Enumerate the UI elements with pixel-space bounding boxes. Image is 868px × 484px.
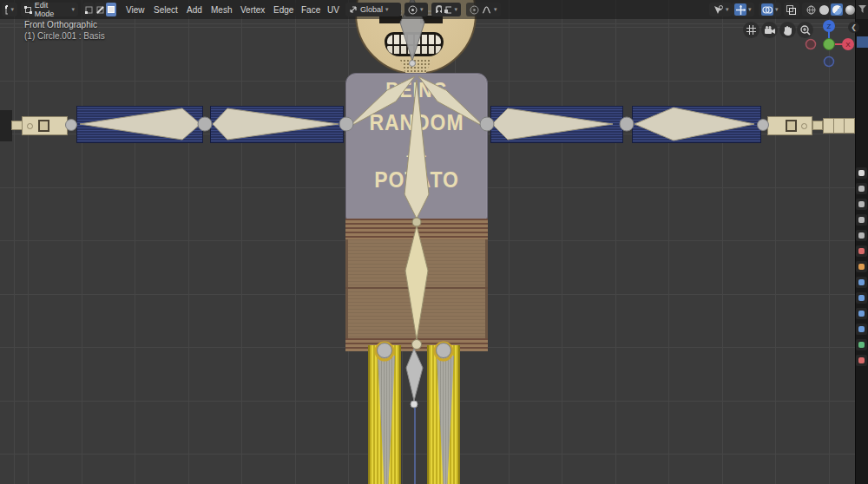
tail-bone[interactable] <box>406 349 423 401</box>
shading-wireframe-button[interactable] <box>805 3 817 16</box>
modifiers-tab[interactable] <box>856 277 867 288</box>
orientation-icon <box>349 5 358 14</box>
view-layer-tab[interactable] <box>856 214 867 226</box>
mouth-mesh[interactable] <box>385 32 444 56</box>
gizmo-y-axis[interactable] <box>824 39 835 50</box>
left-upperarm-sleeve[interactable] <box>210 106 344 143</box>
render-tab[interactable] <box>856 183 867 194</box>
viewport-canvas[interactable]: BEING RANDOM - a - POTATO <box>0 0 855 484</box>
object-visibility-dropdown[interactable]: ▾ <box>709 3 732 16</box>
show-overlays-dropdown[interactable]: ▾ <box>759 3 781 16</box>
hand-icon <box>783 25 792 36</box>
solid-sphere-icon <box>819 5 829 15</box>
left-hand-mesh[interactable] <box>22 116 68 135</box>
shirt-text-line1: BEING <box>352 79 481 102</box>
right-finger-segments[interactable] <box>823 118 855 134</box>
menu-select[interactable]: Select <box>149 3 182 16</box>
left-hand-button <box>27 123 33 129</box>
menu-uv[interactable]: UV <box>323 3 344 16</box>
face-select-icon <box>108 6 115 13</box>
output-tab[interactable] <box>856 199 867 210</box>
move-view-button[interactable] <box>779 22 796 38</box>
edge-select-button[interactable] <box>95 3 105 16</box>
proportional-group[interactable]: ▾ <box>466 3 501 16</box>
tail-ball[interactable] <box>411 401 418 408</box>
material-sphere-icon <box>832 5 842 15</box>
xray-toggle[interactable] <box>784 3 799 16</box>
scene-tab[interactable] <box>856 230 867 241</box>
mode-label: Edit Mode <box>35 1 69 18</box>
falloff-curve-icon <box>482 6 491 14</box>
navigation-gizmo[interactable]: Z X <box>803 18 855 70</box>
camera-view-button[interactable] <box>761 22 778 38</box>
face-select-button[interactable] <box>106 3 116 16</box>
orientation-dropdown[interactable]: Global ▾ <box>345 3 401 16</box>
torso-shirt-mesh[interactable]: BEING RANDOM - a - POTATO <box>345 73 488 220</box>
outliner-selected-row[interactable] <box>857 36 868 48</box>
right-leg-mesh[interactable] <box>427 345 460 484</box>
left-forearm-sleeve[interactable] <box>76 106 203 143</box>
pants-waistband <box>345 219 488 239</box>
right-upperarm-sleeve[interactable] <box>490 106 623 143</box>
editor-type-button[interactable]: ▾ <box>2 3 17 16</box>
shading-material-button[interactable] <box>831 3 843 16</box>
gizmo-minus-x-axis[interactable] <box>806 40 816 49</box>
filter-icon <box>858 5 866 13</box>
outliner-header-stub <box>856 0 868 19</box>
shading-rendered-button[interactable] <box>844 3 856 16</box>
constraints-tab[interactable] <box>856 324 867 335</box>
left-leg-mesh[interactable] <box>368 345 401 484</box>
menu-mesh[interactable]: Mesh <box>207 3 236 16</box>
rendered-sphere-icon <box>845 5 855 15</box>
snap-group[interactable]: ▾ <box>431 3 461 16</box>
lower-teeth <box>387 46 441 54</box>
particles-tab[interactable] <box>856 292 867 304</box>
right-hand-button <box>801 123 807 129</box>
menu-vertex[interactable]: Vertex <box>236 3 269 16</box>
orientation-label: Global <box>360 5 383 14</box>
object-visibility-icon <box>713 5 723 15</box>
physics-tab[interactable] <box>856 308 867 319</box>
shading-mode-group: ▾ <box>802 3 863 16</box>
shading-solid-button[interactable] <box>818 3 830 16</box>
left-leg-bone[interactable] <box>376 356 397 484</box>
gizmo-x-label: X <box>845 41 851 49</box>
proportional-editing-icon <box>470 5 479 15</box>
grid-icon <box>746 25 756 35</box>
gizmo-minus-z-axis[interactable] <box>825 57 834 67</box>
xray-toggle-icon <box>786 5 796 15</box>
menu-face[interactable]: Face <box>297 3 325 16</box>
gizmo-z-label: Z <box>827 23 832 30</box>
world-tab[interactable] <box>856 245 867 257</box>
right-forearm-sleeve[interactable] <box>632 106 761 143</box>
mode-dropdown[interactable]: Edit Mode ▾ <box>21 3 78 16</box>
right-hand-mesh[interactable] <box>767 116 812 135</box>
sidebar-expand-arrow[interactable]: ❮ <box>848 22 859 33</box>
viewport-header: ▾ Edit Mode ▾ View Select Add Mesh Verte… <box>0 0 868 19</box>
left-hand-end-cut <box>0 110 12 141</box>
shirt-text-line3: - a - <box>352 150 481 162</box>
material-tab[interactable] <box>856 355 867 366</box>
object-tab[interactable] <box>856 261 867 272</box>
pivot-dropdown[interactable]: ▾ <box>404 3 428 16</box>
show-overlays-icon <box>762 5 773 15</box>
shirt-text-line2: RANDOM <box>352 110 481 135</box>
grid-toggle-button[interactable] <box>743 22 760 38</box>
pivot-point-icon <box>408 5 418 15</box>
right-wrist-bar[interactable] <box>812 121 823 130</box>
camera-icon <box>765 26 775 35</box>
right-leg-bone[interactable] <box>435 356 456 484</box>
menu-view[interactable]: View <box>122 3 149 16</box>
object-data-tab[interactable] <box>856 339 867 350</box>
menu-add[interactable]: Add <box>182 3 207 16</box>
menu-edge[interactable]: Edge <box>269 3 298 16</box>
show-gizmo-icon <box>736 5 746 15</box>
pants-hem <box>345 338 488 351</box>
snap-to-icon <box>444 5 451 14</box>
tool-tab[interactable] <box>856 167 867 179</box>
edge-select-icon <box>96 6 104 14</box>
vertex-select-icon <box>85 6 93 14</box>
show-gizmo-dropdown[interactable]: ▾ <box>732 3 754 16</box>
vertex-select-button[interactable] <box>83 3 94 16</box>
pants-seam <box>345 287 488 289</box>
